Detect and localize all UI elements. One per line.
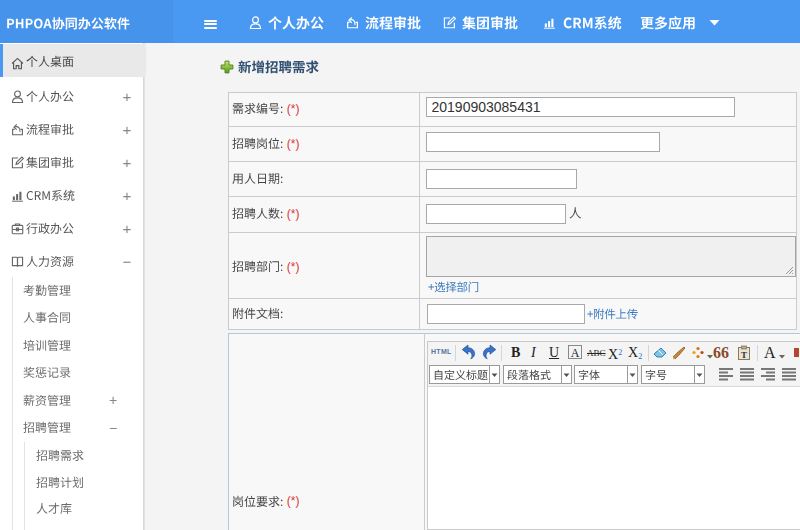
- svg-text:T: T: [741, 349, 747, 359]
